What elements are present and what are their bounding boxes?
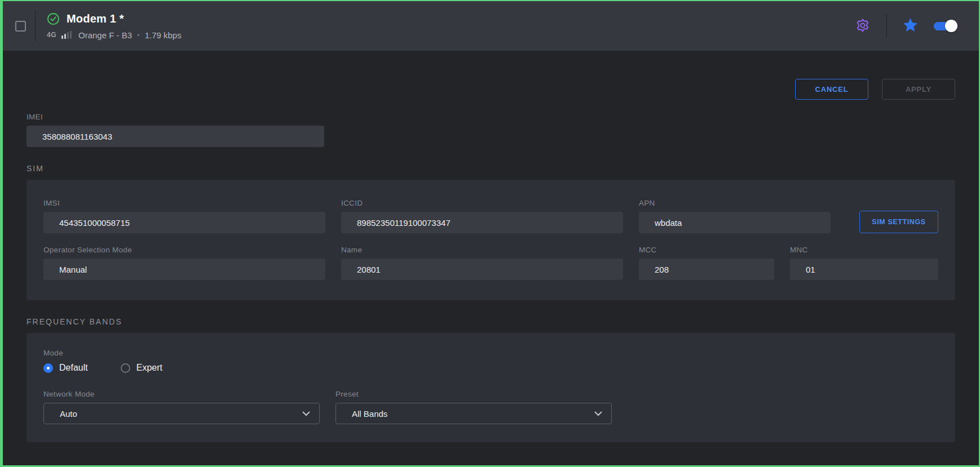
radio-selected-icon <box>43 363 53 373</box>
mnc-label: MNC <box>790 246 938 254</box>
mode-option-label: Default <box>59 363 88 373</box>
sim-settings-button[interactable]: SIM SETTINGS <box>859 211 938 233</box>
network-mode-label: Network Mode <box>43 390 320 398</box>
imei-label: IMEI <box>27 113 324 121</box>
radio-unselected-icon <box>121 363 130 373</box>
modem-settings-body: CANCEL APPLY IMEI SIM IMSI ICCID APN <box>3 51 979 465</box>
signal-bars-icon <box>61 31 72 39</box>
mcc-label: MCC <box>639 246 774 254</box>
header-divider <box>35 10 36 42</box>
toggle-knob <box>945 20 957 32</box>
imei-input[interactable] <box>27 126 324 147</box>
operator-selection-mode-label: Operator Selection Mode <box>43 246 325 254</box>
star-icon <box>903 18 918 34</box>
sim-card: IMSI ICCID APN SIM SETTINGS Operator Sel… <box>27 180 955 300</box>
modem-select-checkbox[interactable] <box>15 21 26 32</box>
preset-select[interactable]: All Bands <box>336 403 612 424</box>
network-mode-value: Auto <box>60 409 77 419</box>
throughput-label: 1.79 kbps <box>145 30 182 40</box>
modem-status-row: 4G Orange F - B3 • 1.79 kbps <box>47 30 182 40</box>
name-label: Name <box>341 246 623 254</box>
network-mode-select[interactable]: Auto <box>43 403 320 424</box>
network-type-label: 4G <box>47 31 56 39</box>
status-separator: • <box>137 31 140 39</box>
mcc-input[interactable] <box>639 259 774 280</box>
frequency-bands-card: Mode Default Expert Network Mode <box>27 333 955 442</box>
apn-label: APN <box>639 199 831 207</box>
preset-label: Preset <box>336 390 612 398</box>
operator-selection-mode-field: Operator Selection Mode <box>43 246 325 280</box>
mode-field: Mode Default Expert <box>43 349 938 374</box>
operator-label: Orange F - B3 <box>78 30 132 40</box>
apn-field: APN <box>639 199 831 233</box>
mnc-input[interactable] <box>790 259 938 280</box>
chevron-down-icon <box>302 408 310 419</box>
sim-section-label: SIM <box>27 164 955 173</box>
iccid-field: ICCID <box>341 199 623 233</box>
imsi-field: IMSI <box>43 199 325 233</box>
iccid-input[interactable] <box>341 212 623 233</box>
modem-panel: Modem 1 * 4G Orange F - B3 • 1.79 kbps <box>0 0 980 467</box>
modem-title: Modem 1 * <box>67 12 124 25</box>
settings-button[interactable] <box>855 17 871 35</box>
mode-option-label: Expert <box>136 363 162 373</box>
imsi-input[interactable] <box>43 212 325 233</box>
form-actions: CANCEL APPLY <box>27 79 955 100</box>
mcc-field: MCC <box>639 246 774 280</box>
header-right-divider <box>886 14 887 38</box>
favorite-button[interactable] <box>903 18 918 34</box>
modem-header: Modem 1 * 4G Orange F - B3 • 1.79 kbps <box>3 1 979 51</box>
modem-title-block: Modem 1 * 4G Orange F - B3 • 1.79 kbps <box>47 12 182 40</box>
frequency-bands-section-label: FREQUENCY BANDS <box>27 317 955 326</box>
mode-radio-expert[interactable]: Expert <box>121 363 162 373</box>
operator-selection-mode-input[interactable] <box>43 259 325 280</box>
apn-input[interactable] <box>639 212 831 233</box>
name-input[interactable] <box>341 259 623 280</box>
check-circle-icon <box>47 12 60 25</box>
chevron-down-icon <box>594 408 602 419</box>
imsi-label: IMSI <box>43 199 325 207</box>
mode-label: Mode <box>43 349 938 357</box>
cancel-button[interactable]: CANCEL <box>795 79 868 100</box>
preset-value: All Bands <box>352 409 387 419</box>
mnc-field: MNC <box>790 246 938 280</box>
preset-field: Preset All Bands <box>336 390 612 424</box>
imei-field: IMEI <box>27 113 324 147</box>
mode-radio-default[interactable]: Default <box>43 363 88 373</box>
iccid-label: ICCID <box>341 199 623 207</box>
network-mode-field: Network Mode Auto <box>43 390 320 424</box>
gear-icon <box>855 17 871 35</box>
name-field: Name <box>341 246 623 280</box>
mode-radio-group: Default Expert <box>43 362 938 374</box>
modem-enable-toggle[interactable] <box>934 22 956 30</box>
apply-button[interactable]: APPLY <box>882 79 955 100</box>
